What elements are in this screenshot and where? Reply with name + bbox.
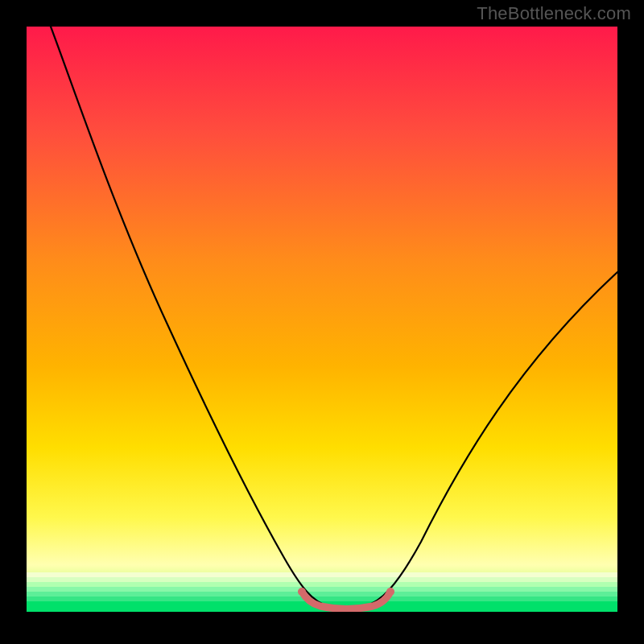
watermark-text: TheBottleneck.com [477, 3, 631, 24]
marker-dot-right [386, 588, 394, 596]
chart-lines [27, 27, 617, 612]
bottleneck-curve [51, 27, 617, 606]
chart-plot-area [27, 27, 617, 612]
marker-dot-left [298, 588, 306, 596]
